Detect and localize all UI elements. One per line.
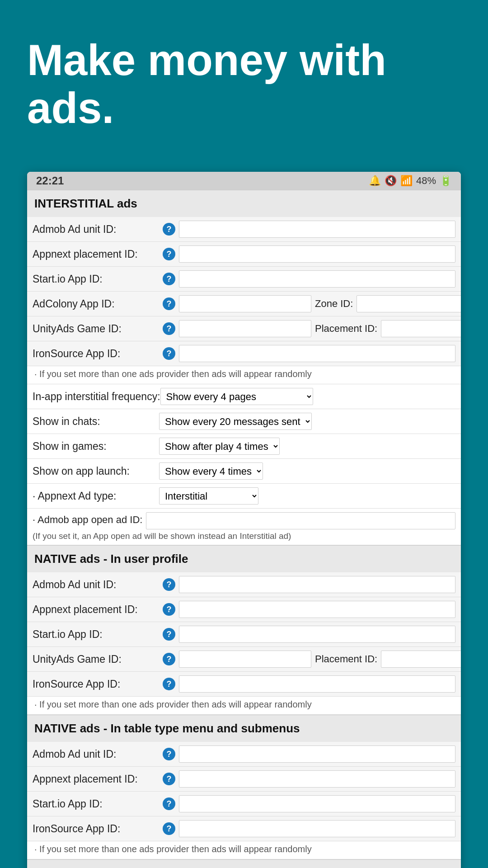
native-table-section-header: NATIVE ads - In table type menu and subm… <box>27 715 461 742</box>
native-table-ironsource-input[interactable] <box>179 820 455 837</box>
ironsource-app-label: IronSource App ID: <box>33 348 159 360</box>
native-table-info-text: · If you set more than one ads provider … <box>34 844 312 854</box>
native-table-startio-help[interactable]: ? <box>163 797 175 810</box>
native-profile-unity-row: UnityAds Game ID: ? Placement ID: <box>27 647 461 672</box>
appnext-help-icon[interactable]: ? <box>163 248 175 260</box>
unity-game-label: UnityAds Game ID: <box>33 323 159 335</box>
native-profile-ironsource-input[interactable] <box>179 675 455 693</box>
native-profile-appnext-row: Appnext placement ID: ? <box>27 597 461 622</box>
show-in-chats-row: Show in chats: Show every 20 messages se… <box>27 409 461 434</box>
unity-placement-input[interactable] <box>381 320 461 337</box>
appnext-ad-type-row: · Appnext Ad type: Interstitial <box>27 484 461 509</box>
interstitial-section-header: INTERSTITIAL ads <box>27 190 461 217</box>
native-profile-info-text: · If you set more than one ads provider … <box>34 699 312 709</box>
admob-ad-unit-row: Admob Ad unit ID: ? <box>27 217 461 242</box>
native-profile-info-row: · If you set more than one ads provider … <box>27 697 461 715</box>
native-table-ironsource-label: IronSource App ID: <box>33 823 159 835</box>
native-profile-admob-label: Admob Ad unit ID: <box>33 579 159 591</box>
adcolony-inputs: Zone ID: <box>179 295 461 312</box>
native-profile-ironsource-help[interactable]: ? <box>163 678 175 690</box>
appnext-ad-type-label: · Appnext Ad type: <box>33 490 159 502</box>
native-table-ironsource-help[interactable]: ? <box>163 822 175 835</box>
native-profile-admob-help[interactable]: ? <box>163 578 175 591</box>
show-in-chats-select[interactable]: Show every 20 messages sent <box>159 413 312 430</box>
native-table-admob-input[interactable] <box>179 745 455 763</box>
open-ad-label: · Admob app open ad ID: <box>33 514 142 526</box>
native-profile-startio-help[interactable]: ? <box>163 628 175 641</box>
placement-id-label: Placement ID: <box>315 323 377 335</box>
phone-container: 22:21 🔔 🔇 📶 48% 🔋 INTERSTITIAL ads Admob… <box>27 172 461 868</box>
show-in-games-row: Show in games: Show after play 4 times <box>27 434 461 459</box>
appnext-ad-type-select[interactable]: Interstitial <box>159 487 258 505</box>
show-in-games-label: Show in games: <box>33 440 159 453</box>
in-chat-section-header: IN-CHAT ads - These ads appears in chats… <box>27 859 461 868</box>
adcolony-zone-input[interactable] <box>357 295 461 312</box>
hero-title: Make money with ads. <box>27 36 461 132</box>
native-profile-ironsource-label: IronSource App ID: <box>33 678 159 690</box>
signal-icon: 📶 <box>400 175 413 187</box>
admob-ad-unit-label: Admob Ad unit ID: <box>33 223 159 236</box>
native-profile-admob-input[interactable] <box>179 576 455 593</box>
native-profile-startio-label: Start.io App ID: <box>33 628 159 641</box>
native-profile-appnext-help[interactable]: ? <box>163 603 175 616</box>
native-table-appnext-input[interactable] <box>179 770 455 788</box>
open-ad-row: · Admob app open ad ID: (If you set it, … <box>27 509 461 545</box>
status-time: 22:21 <box>36 175 64 187</box>
native-profile-startio-input[interactable] <box>179 626 455 643</box>
adcolony-app-row: AdColony App ID: ? Zone ID: <box>27 292 461 316</box>
adcolony-app-label: AdColony App ID: <box>33 298 159 310</box>
native-table-admob-help[interactable]: ? <box>163 748 175 760</box>
native-profile-section-header: NATIVE ads - In user profile <box>27 545 461 572</box>
startio-app-input[interactable] <box>179 270 455 288</box>
unity-game-input[interactable] <box>179 320 311 337</box>
alarm-icon: 🔔 <box>369 175 381 187</box>
native-table-startio-label: Start.io App ID: <box>33 798 159 810</box>
native-profile-placement-input[interactable] <box>381 651 461 668</box>
interstitial-info-row: · If you set more than one ads provider … <box>27 366 461 384</box>
native-table-appnext-label: Appnext placement ID: <box>33 773 159 785</box>
native-table-info-row: · If you set more than one ads provider … <box>27 841 461 859</box>
show-on-launch-row: Show on app launch: Show every 4 times <box>27 459 461 484</box>
show-on-launch-select[interactable]: Show every 4 times <box>159 462 263 480</box>
appnext-placement-input[interactable] <box>179 245 455 263</box>
battery-level: 48% <box>416 175 436 187</box>
inapp-freq-label: In-app interstitial frequency: <box>33 391 160 403</box>
native-profile-unity-input[interactable] <box>179 651 311 668</box>
admob-help-icon[interactable]: ? <box>163 223 175 236</box>
ironsource-help-icon[interactable]: ? <box>163 347 175 360</box>
ironsource-app-row: IronSource App ID: ? <box>27 341 461 366</box>
unity-game-row: UnityAds Game ID: ? Placement ID: <box>27 316 461 341</box>
inapp-freq-select[interactable]: Show every 4 pages Show every pages Show… <box>160 388 313 405</box>
status-icons: 🔔 🔇 📶 48% 🔋 <box>369 175 452 187</box>
appnext-placement-row: Appnext placement ID: ? <box>27 242 461 267</box>
native-profile-startio-row: Start.io App ID: ? <box>27 622 461 647</box>
unity-help-icon[interactable]: ? <box>163 322 175 335</box>
interstitial-info-text: · If you set more than one ads provider … <box>34 369 312 379</box>
appnext-placement-label: Appnext placement ID: <box>33 248 159 260</box>
battery-icon: 🔋 <box>440 175 452 187</box>
adcolony-help-icon[interactable]: ? <box>163 297 175 310</box>
open-ad-input[interactable] <box>146 512 455 529</box>
native-table-admob-label: Admob Ad unit ID: <box>33 748 159 760</box>
hero-section: Make money with ads. <box>0 0 488 172</box>
show-in-games-select[interactable]: Show after play 4 times <box>159 438 280 455</box>
zone-id-label: Zone ID: <box>315 298 353 310</box>
native-table-startio-row: Start.io App ID: ? <box>27 792 461 816</box>
native-table-appnext-help[interactable]: ? <box>163 773 175 785</box>
inapp-freq-row: In-app interstitial frequency: Show ever… <box>27 384 461 409</box>
ironsource-app-input[interactable] <box>179 345 455 362</box>
show-on-launch-label: Show on app launch: <box>33 465 159 477</box>
admob-ad-unit-input[interactable] <box>179 221 455 238</box>
adcolony-app-input[interactable] <box>179 295 311 312</box>
show-in-chats-label: Show in chats: <box>33 415 159 428</box>
app-content: INTERSTITIAL ads Admob Ad unit ID: ? App… <box>27 190 461 868</box>
native-profile-admob-row: Admob Ad unit ID: ? <box>27 572 461 597</box>
native-table-startio-input[interactable] <box>179 795 455 812</box>
status-bar: 22:21 🔔 🔇 📶 48% 🔋 <box>27 172 461 190</box>
native-profile-appnext-input[interactable] <box>179 601 455 618</box>
native-table-admob-row: Admob Ad unit ID: ? <box>27 742 461 767</box>
native-table-ironsource-row: IronSource App ID: ? <box>27 816 461 841</box>
startio-help-icon[interactable]: ? <box>163 273 175 285</box>
startio-app-row: Start.io App ID: ? <box>27 267 461 292</box>
native-profile-unity-help[interactable]: ? <box>163 653 175 665</box>
